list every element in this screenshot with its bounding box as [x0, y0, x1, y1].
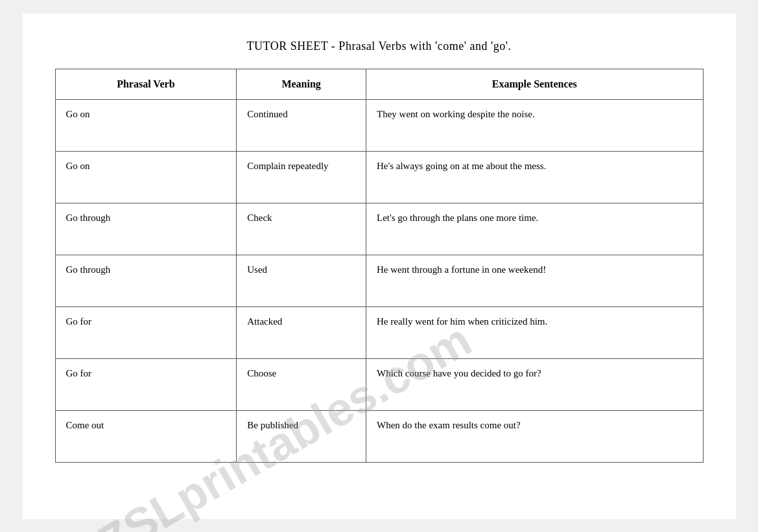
cell-example: Which course have you decided to go for?	[366, 358, 703, 410]
cell-example: He's always going on at me about the mes…	[366, 151, 703, 203]
table-row: Go forAttackedHe really went for him whe…	[55, 306, 703, 358]
cell-example: Let's go through the plans one more time…	[366, 203, 703, 255]
cell-example: He went through a fortune in one weekend…	[366, 255, 703, 306]
cell-meaning: Used	[237, 255, 366, 306]
cell-example: When do the exam results come out?	[366, 410, 703, 462]
cell-meaning: Complain repeatedly	[237, 151, 366, 203]
header-example-sentences: Example Sentences	[366, 69, 703, 99]
table-row: Go throughCheckLet's go through the plan…	[55, 203, 703, 255]
cell-phrasal-verb: Go through	[55, 255, 237, 306]
cell-meaning: Continued	[237, 99, 366, 151]
cell-phrasal-verb: Go on	[55, 99, 237, 151]
header-phrasal-verb: Phrasal Verb	[55, 69, 237, 99]
table-header-row: Phrasal Verb Meaning Example Sentences	[55, 69, 703, 99]
cell-meaning: Choose	[237, 358, 366, 410]
page: TUTOR SHEET - Phrasal Verbs with 'come' …	[23, 14, 736, 519]
cell-example: He really went for him when criticized h…	[366, 306, 703, 358]
table-row: Come outBe publishedWhen do the exam res…	[55, 410, 703, 462]
table-row: Go onContinuedThey went on working despi…	[55, 99, 703, 151]
cell-meaning: Check	[237, 203, 366, 255]
phrasal-verbs-table: Phrasal Verb Meaning Example Sentences G…	[55, 69, 704, 463]
cell-example: They went on working despite the noise.	[366, 99, 703, 151]
page-title: TUTOR SHEET - Phrasal Verbs with 'come' …	[55, 40, 704, 53]
cell-phrasal-verb: Go for	[55, 358, 237, 410]
cell-phrasal-verb: Come out	[55, 410, 237, 462]
table-row: Go onComplain repeatedlyHe's always goin…	[55, 151, 703, 203]
cell-phrasal-verb: Go for	[55, 306, 237, 358]
cell-meaning: Attacked	[237, 306, 366, 358]
table-row: Go throughUsedHe went through a fortune …	[55, 255, 703, 306]
cell-meaning: Be published	[237, 410, 366, 462]
cell-phrasal-verb: Go on	[55, 151, 237, 203]
header-meaning: Meaning	[237, 69, 366, 99]
cell-phrasal-verb: Go through	[55, 203, 237, 255]
table-row: Go forChooseWhich course have you decide…	[55, 358, 703, 410]
